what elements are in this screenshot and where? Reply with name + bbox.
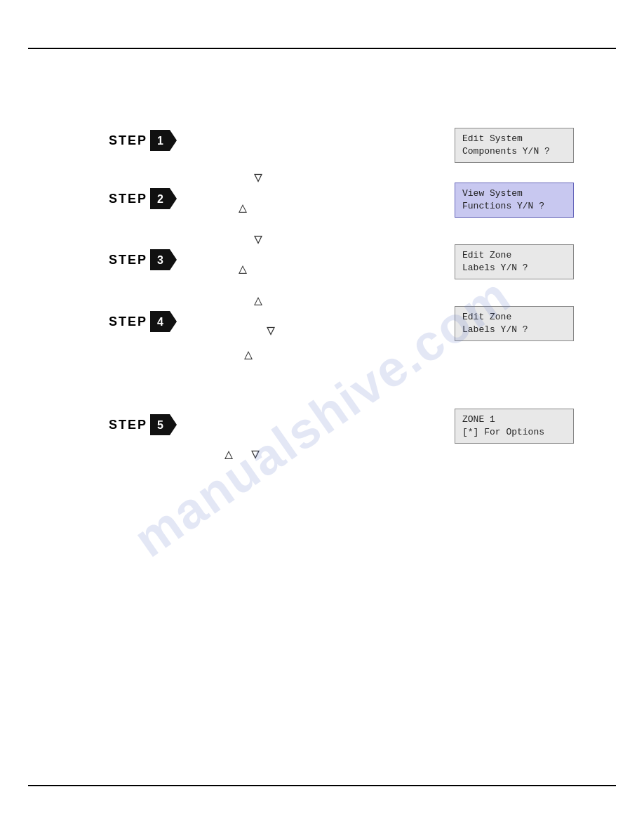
step-1-arrow: 1 [150, 130, 177, 151]
svg-marker-2 [150, 188, 177, 209]
step-5-arrow-down-below: ▽ [251, 445, 260, 463]
svg-text:1: 1 [157, 135, 163, 147]
svg-text:2: 2 [157, 193, 163, 205]
svg-marker-4 [150, 249, 177, 270]
bottom-rule [28, 785, 616, 786]
step-4-lcd-line2: Labels Y/N ? [462, 324, 566, 336]
step-1-lcd-line1: Edit System [462, 133, 566, 145]
step-1-label: STEP 1 [109, 130, 177, 151]
step-2-lcd-line1: View System [462, 187, 566, 200]
svg-marker-6 [150, 311, 177, 332]
step-4-lcd: Edit Zone Labels Y/N ? [455, 306, 574, 341]
step-3-row: STEP 3 [109, 249, 177, 270]
step-3-arrow: 3 [150, 249, 177, 270]
step-2-row: STEP 2 [109, 188, 177, 209]
step-1-lcd-line2: Components Y/N ? [462, 145, 566, 158]
step-2-arrow-down-above: ▽ [254, 168, 262, 186]
step-4-arrow-up-above: △ [254, 291, 262, 309]
step-5-lcd-line1: ZONE 1 [462, 413, 566, 426]
step-3-lcd-line2: Labels Y/N ? [462, 262, 566, 274]
step-1-word: STEP [109, 133, 147, 148]
step-4-word: STEP [109, 315, 147, 329]
step-4-row: STEP 4 [109, 311, 177, 332]
step-5-label: STEP 5 [109, 414, 177, 435]
step-5-row: STEP 5 [109, 414, 177, 435]
svg-text:4: 4 [157, 316, 163, 328]
step-5-word: STEP [109, 418, 147, 432]
step-4-arrow: 4 [150, 311, 177, 332]
step-3-lcd-line1: Edit Zone [462, 249, 566, 262]
step-4-label: STEP 4 [109, 311, 177, 332]
step-1-row: STEP 1 [109, 130, 177, 151]
step-5-arrow-up-below: △ [224, 445, 233, 463]
step-2-word: STEP [109, 192, 147, 206]
step-5-arrow: 5 [150, 414, 177, 435]
step-5-lcd: ZONE 1 [*] For Options [455, 409, 574, 444]
step-1-lcd: Edit System Components Y/N ? [455, 128, 574, 163]
step-3-arrow-down-above: ▽ [254, 230, 262, 248]
svg-text:3: 3 [157, 254, 163, 266]
step-5-lcd-line2: [*] For Options [462, 426, 566, 439]
svg-marker-0 [150, 130, 177, 151]
step-4-lcd-line1: Edit Zone [462, 311, 566, 324]
svg-text:5: 5 [157, 419, 163, 431]
step-3-label: STEP 3 [109, 249, 177, 270]
svg-marker-8 [150, 414, 177, 435]
step-2-arrow-up: △ [239, 199, 247, 216]
step-4-arrow-down: ▽ [267, 322, 275, 339]
step-2-arrow: 2 [150, 188, 177, 209]
step-3-arrow-up: △ [239, 260, 247, 277]
step-3-lcd: Edit Zone Labels Y/N ? [455, 244, 574, 279]
step-2-lcd: View System Functions Y/N ? [455, 183, 574, 218]
step-2-label: STEP 2 [109, 188, 177, 209]
step-3-word: STEP [109, 253, 147, 267]
step-45-arrow-up: △ [244, 345, 253, 363]
step-2-lcd-line2: Functions Y/N ? [462, 200, 566, 213]
top-rule [28, 48, 616, 49]
